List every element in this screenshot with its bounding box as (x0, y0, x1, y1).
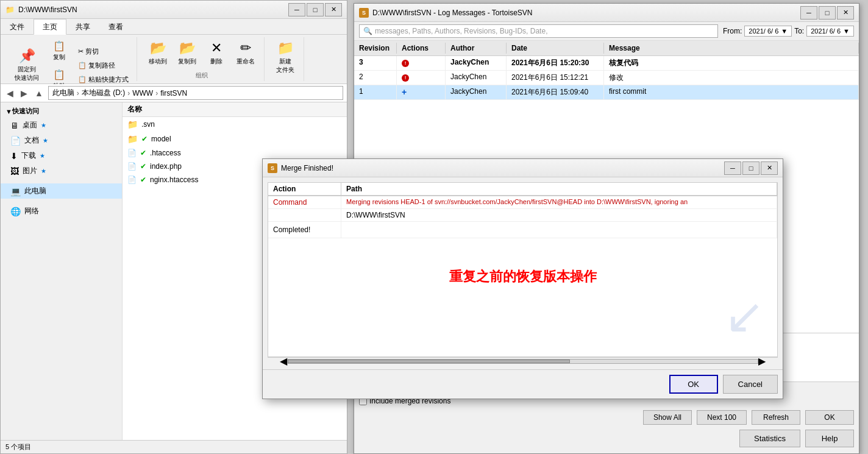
cut-button[interactable]: ✂ 剪切 (75, 45, 132, 58)
log-maximize-button[interactable]: □ (819, 6, 836, 20)
sidebar-pictures-label: 图片 (23, 166, 37, 176)
pin-button[interactable]: 📌 固定到快速访问 (10, 45, 43, 85)
log-bottom-buttons: Show All Next 100 Refresh OK (359, 408, 854, 427)
next-100-button[interactable]: Next 100 (697, 410, 747, 425)
refresh-button[interactable]: Refresh (752, 410, 800, 425)
delete-button[interactable]: ✕ 删除 (203, 37, 230, 69)
date-3: 2021年6月6日 15:20:30 (507, 56, 604, 70)
rename-button[interactable]: ✏ 重命名 (232, 37, 259, 69)
copy-button[interactable]: 📋 复制 (46, 37, 73, 65)
pin-indicator-documents: ★ (43, 137, 48, 144)
merge-action-command: Command (268, 196, 341, 208)
copy-path-button[interactable]: 📋 复制路径 (75, 59, 132, 72)
merge-close-button[interactable]: ✕ (761, 161, 778, 175)
log-title: D:\WWW\firstSVN - Log Messages - Tortois… (372, 9, 797, 17)
path-local-disk[interactable]: 本地磁盘 (D:) (82, 88, 125, 98)
log-row-2[interactable]: 2 ! JackyChen 2021年6月6日 15:12:21 修改 (354, 71, 859, 85)
path-sep-1: › (77, 89, 79, 98)
path-firstsvn[interactable]: firstSVN (160, 89, 187, 98)
tab-file[interactable]: 文件 (1, 19, 34, 34)
sidebar-item-pictures[interactable]: 🖼 图片 ★ (1, 163, 122, 179)
close-button[interactable]: ✕ (325, 3, 342, 16)
to-date-input[interactable]: 2021/ 6/ 6 ▼ (806, 26, 854, 37)
copy-to-button[interactable]: 📂 复制到 (174, 37, 201, 69)
log-close-button[interactable]: ✕ (837, 6, 854, 20)
show-all-button[interactable]: Show All (643, 410, 692, 425)
paste-icon: 📋 (53, 69, 65, 80)
from-date-dropdown-icon[interactable]: ▼ (781, 27, 788, 35)
path-col-header: Path (341, 183, 777, 195)
log-row-1[interactable]: 1 + JackyChen 2021年6月6日 15:09:40 first c… (354, 85, 859, 100)
model-check-icon: ✔ (141, 135, 148, 143)
tab-home[interactable]: 主页 (34, 19, 66, 35)
forward-button[interactable]: ▶ (18, 87, 30, 99)
merge-ok-button[interactable]: OK (669, 375, 718, 394)
actions-1: + (397, 85, 446, 99)
log-title-bar: S D:\WWW\firstSVN - Log Messages - Torto… (354, 4, 859, 22)
revision-2: 2 (354, 71, 397, 85)
tab-view[interactable]: 查看 (99, 19, 132, 34)
scrollbar-thumb[interactable] (288, 360, 570, 363)
merge-maximize-button[interactable]: □ (742, 161, 760, 175)
network-label: 网络 (24, 206, 39, 216)
file-item-htaccess[interactable]: 📄 ✔ .htaccess (123, 146, 347, 160)
maximize-button[interactable]: □ (307, 3, 324, 16)
address-path[interactable]: 此电脑 › 本地磁盘 (D:) › WWW › firstSVN (48, 86, 343, 100)
scrollbar-track[interactable] (287, 359, 758, 364)
file-list-header[interactable]: 名称 (123, 102, 347, 117)
back-button[interactable]: ◀ (4, 87, 16, 99)
merge-dialog: S Merge Finished! ─ □ ✕ Action Path Comm… (262, 158, 783, 399)
nginx-icon: 📄 (127, 176, 137, 184)
htaccess-icon: 📄 (127, 149, 137, 157)
copy-path-label: 复制路径 (88, 61, 115, 70)
merge-scrollbar[interactable]: ◀ ▶ (268, 357, 778, 364)
merge-row-path: D:\WWW\firstSVN (268, 209, 777, 222)
log-svn-icon: S (359, 8, 369, 18)
pin-indicator-desktop: ★ (41, 122, 46, 129)
message-2: 修改 (604, 71, 859, 85)
sidebar-item-this-pc[interactable]: 💻 此电脑 (1, 183, 122, 199)
copy-icon: 📋 (53, 40, 65, 52)
merge-minimize-button[interactable]: ─ (724, 161, 741, 175)
sidebar-item-downloads[interactable]: ⬇ 下载 ★ (1, 148, 122, 163)
up-button[interactable]: ▲ (32, 87, 46, 99)
minimize-button[interactable]: ─ (288, 3, 305, 16)
log-search-box[interactable]: 🔍 messages, Paths, Authors, Revisions, B… (359, 24, 718, 38)
model-folder-icon: 📁 (127, 134, 138, 144)
action-icon-3: ! (402, 60, 409, 67)
svn-folder-icon: 📁 (127, 119, 138, 129)
log-ok-button[interactable]: OK (805, 410, 854, 425)
log-row-3[interactable]: 3 ! JackyChen 2021年6月6日 15:20:30 核复代码 (354, 56, 859, 71)
log-minimize-button[interactable]: ─ (800, 6, 817, 20)
paste-shortcut-label: 粘贴快捷方式 (88, 75, 129, 84)
sidebar-item-documents[interactable]: 📄 文档 ★ (1, 133, 122, 148)
organize-group-label: 组织 (196, 70, 208, 81)
sidebar-item-network[interactable]: 🌐 网络 (1, 204, 122, 219)
tab-share[interactable]: 共享 (66, 19, 99, 34)
merge-svn-icon: S (268, 163, 277, 173)
merge-cancel-button[interactable]: Cancel (723, 375, 778, 394)
path-this-pc[interactable]: 此电脑 (52, 88, 74, 98)
action-col-header: Action (268, 183, 341, 195)
name-column-header: 名称 (127, 104, 142, 115)
merge-scroll-area[interactable]: Command Merging revisions HEAD-1 of svn:… (268, 196, 778, 357)
sidebar-documents-label: 文档 (24, 135, 39, 146)
path-www[interactable]: WWW (132, 89, 153, 98)
revision-1: 1 (354, 85, 397, 99)
statistics-button[interactable]: Statistics (739, 430, 800, 447)
nginx-check-icon: ✔ (140, 176, 146, 184)
new-folder-button[interactable]: 📁 新建文件夹 (272, 37, 299, 77)
merge-row-completed: Completed! (268, 222, 777, 238)
merge-path-completed (341, 222, 777, 238)
help-button[interactable]: Help (805, 430, 854, 447)
file-item-svn-name: .svn (141, 120, 342, 129)
sidebar-item-desktop[interactable]: 🖥 桌面 ★ (1, 118, 122, 133)
quick-access-header[interactable]: ▼ 快速访问 (1, 105, 122, 118)
move-to-button[interactable]: 📂 移动到 (144, 37, 171, 69)
to-date-dropdown-icon[interactable]: ▼ (843, 27, 850, 35)
explorer-window-controls: ─ □ ✕ (288, 3, 342, 16)
file-item-model[interactable]: 📁 ✔ model (123, 132, 347, 146)
file-item-svn[interactable]: 📁 .svn (123, 117, 347, 132)
htaccess-check-icon: ✔ (140, 149, 146, 157)
from-date-input[interactable]: 2021/ 6/ 6 ▼ (744, 26, 792, 37)
